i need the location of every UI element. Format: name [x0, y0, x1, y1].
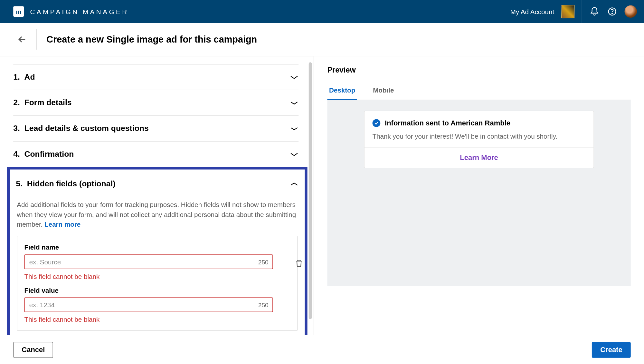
section-number: 2.	[13, 98, 20, 108]
create-button[interactable]: Create	[592, 342, 631, 358]
char-count: 250	[258, 259, 269, 266]
section-label: Lead details & custom questions	[24, 124, 149, 133]
global-header: in CAMPAIGN MANAGER My Ad Account	[0, 0, 644, 23]
preview-heading: Information sent to American Ramble	[385, 119, 510, 127]
form-pane: 1. Ad 2. Form details	[0, 56, 314, 335]
section-label: Hidden fields (optional)	[27, 179, 116, 189]
field-name-input[interactable]	[24, 255, 273, 269]
accordion-section-hidden-fields: 5. Hidden fields (optional) Add addition…	[7, 167, 308, 335]
divider	[36, 29, 37, 50]
preview-title: Preview	[327, 66, 630, 75]
footer-bar: Cancel Create	[0, 335, 644, 364]
chevron-down-icon	[290, 74, 298, 80]
section-number: 1.	[13, 73, 20, 82]
back-button[interactable]	[13, 31, 31, 48]
page-header: Create a new Single image ad for this ca…	[0, 23, 644, 56]
delete-field-button[interactable]	[296, 260, 303, 268]
section-number: 4.	[13, 150, 20, 159]
divider	[582, 0, 582, 23]
preview-card: Information sent to American Ramble Than…	[364, 111, 594, 168]
section-label: Form details	[24, 98, 72, 108]
hidden-field-card: Field name 250 This field cannot be blan…	[17, 236, 298, 331]
help-icon[interactable]	[607, 6, 618, 17]
cancel-button[interactable]: Cancel	[13, 342, 53, 358]
field-value-input[interactable]	[24, 298, 273, 312]
notifications-icon[interactable]	[589, 6, 600, 17]
scrollbar[interactable]	[309, 63, 312, 320]
preview-canvas: Information sent to American Ramble Than…	[327, 100, 630, 286]
preview-pane: Preview Desktop Mobile Information sent …	[314, 56, 644, 335]
linkedin-logo-icon: in	[13, 6, 24, 17]
app-title: CAMPAIGN MANAGER	[30, 8, 128, 15]
section-number: 5.	[16, 179, 23, 189]
learn-more-link[interactable]: Learn more	[44, 220, 80, 228]
preview-cta-link[interactable]: Learn More	[365, 147, 594, 168]
accordion-section-form-details[interactable]: 2. Form details	[13, 90, 298, 116]
chevron-down-icon	[290, 100, 298, 106]
section-label: Confirmation	[24, 150, 74, 159]
char-count: 250	[258, 301, 269, 309]
accordion-section-ad[interactable]: 1. Ad	[13, 64, 298, 90]
check-circle-icon	[373, 119, 381, 127]
svg-point-1	[612, 13, 612, 14]
chevron-up-icon	[290, 181, 298, 187]
tab-desktop[interactable]: Desktop	[327, 83, 357, 100]
accordion-section-confirmation[interactable]: 4. Confirmation	[13, 141, 298, 167]
field-name-label: Field name	[24, 244, 290, 251]
section-number: 3.	[13, 124, 20, 133]
chevron-down-icon	[290, 151, 298, 157]
field-name-error: This field cannot be blank	[24, 273, 290, 280]
field-value-label: Field value	[24, 287, 290, 294]
chevron-down-icon	[290, 125, 298, 132]
field-value-error: This field cannot be blank	[24, 316, 290, 323]
section-description: Add additional fields to your form for t…	[16, 200, 298, 234]
preview-subtext: Thank you for your interest! We'll be in…	[373, 133, 586, 140]
page-title: Create a new Single image ad for this ca…	[46, 34, 257, 45]
user-avatar[interactable]	[625, 5, 637, 17]
accordion-section-lead-details[interactable]: 3. Lead details & custom questions	[13, 116, 298, 142]
account-thumbnail[interactable]	[561, 5, 574, 18]
account-name[interactable]: My Ad Account	[510, 8, 554, 15]
section-label: Ad	[24, 73, 35, 82]
section-header[interactable]: 5. Hidden fields (optional)	[16, 173, 298, 200]
tab-mobile[interactable]: Mobile	[371, 83, 396, 100]
